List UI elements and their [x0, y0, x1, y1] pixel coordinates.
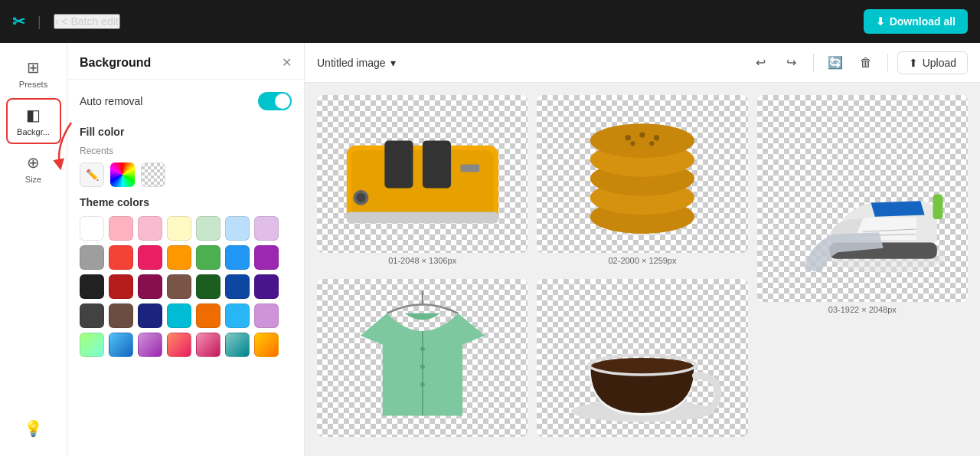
- gradient-swatch-2[interactable]: [109, 333, 133, 357]
- dropdown-chevron-icon: ▾: [390, 57, 396, 69]
- image-thumb-01[interactable]: [317, 95, 528, 253]
- color-swatch-tan[interactable]: [109, 303, 133, 328]
- color-swatch-brown[interactable]: [167, 274, 191, 299]
- color-swatch-green[interactable]: [196, 245, 220, 270]
- panel-header: Background ✕: [67, 43, 304, 80]
- svg-point-26: [420, 346, 425, 351]
- coffee-illustration: [547, 287, 737, 429]
- svg-rect-21: [933, 195, 942, 219]
- gradient-swatch-4[interactable]: [167, 333, 191, 357]
- color-swatch-black[interactable]: [80, 274, 104, 299]
- color-swatch-deep-orange[interactable]: [196, 303, 220, 328]
- app-logo: ✂: [12, 12, 25, 31]
- color-swatch-green-light[interactable]: [196, 216, 220, 241]
- color-swatch-charcoal[interactable]: [80, 303, 104, 328]
- image-thumb-05[interactable]: [537, 279, 747, 437]
- svg-point-15: [639, 133, 645, 138]
- color-swatch-purple[interactable]: [254, 245, 279, 270]
- color-swatch-pink[interactable]: [138, 216, 162, 241]
- sidebar-item-hint[interactable]: 💡: [6, 413, 61, 444]
- recents-row: ✏️: [80, 162, 292, 187]
- theme-colors-grid: [80, 216, 292, 357]
- background-label: Backgr...: [17, 127, 50, 136]
- svg-point-18: [649, 142, 654, 146]
- sidebar-item-background[interactable]: ◧ Backgr...: [6, 98, 61, 144]
- image-title-text: Untitled image: [317, 57, 386, 69]
- color-swatch-indigo[interactable]: [138, 303, 162, 328]
- image-thumb-02[interactable]: [537, 95, 747, 253]
- svg-point-13: [590, 124, 694, 159]
- delete-button[interactable]: 🗑: [854, 51, 878, 75]
- undo-button[interactable]: ↩: [749, 51, 773, 75]
- undo-icon: ↩: [756, 55, 766, 70]
- download-all-button[interactable]: ⬇ Download all: [864, 9, 968, 34]
- gradient-swatch-7[interactable]: [254, 333, 279, 357]
- panel-body: Auto removal Fill color Recents ✏️ Theme…: [67, 80, 304, 369]
- refresh-button[interactable]: 🔄: [823, 51, 848, 75]
- topbar: ✂ | ‹ < Batch edit ⬇ Download all: [0, 0, 980, 43]
- shirt-illustration: [328, 287, 518, 429]
- recents-subtitle: Recents: [80, 146, 292, 156]
- color-swatch-blue-light[interactable]: [225, 216, 250, 241]
- gradient-swatch-3[interactable]: [138, 333, 162, 357]
- color-swatch-dark-blue[interactable]: [225, 274, 250, 299]
- eyedropper-swatch[interactable]: ✏️: [80, 162, 104, 187]
- panel-close-button[interactable]: ✕: [282, 55, 292, 70]
- rainbow-swatch[interactable]: [110, 162, 135, 187]
- toolbar-divider: [813, 54, 814, 72]
- fill-color-title: Fill color: [80, 126, 292, 138]
- color-swatch-dark-purple[interactable]: [254, 274, 279, 299]
- svg-point-27: [420, 364, 425, 369]
- sidebar-item-size[interactable]: ⊕ Size: [6, 147, 61, 190]
- color-swatch-lavender[interactable]: [254, 303, 279, 328]
- color-swatch-blue[interactable]: [225, 245, 250, 270]
- back-icon: ‹: [55, 15, 59, 28]
- transparent-swatch[interactable]: [141, 162, 165, 187]
- image-label-03: 03-1922 × 2048px: [757, 305, 968, 314]
- color-swatch-cyan[interactable]: [167, 303, 191, 328]
- color-swatch-purple-light[interactable]: [254, 216, 279, 241]
- color-swatch-light-blue[interactable]: [225, 303, 250, 328]
- image-cell-02: 02-2000 × 1259px: [537, 95, 747, 270]
- redo-icon: ↪: [786, 55, 796, 70]
- color-swatch-red[interactable]: [109, 245, 133, 270]
- color-swatch-orange[interactable]: [167, 245, 191, 270]
- download-icon: ⬇: [876, 15, 885, 28]
- upload-button[interactable]: ⬆ Upload: [897, 51, 968, 74]
- panel-title: Background: [80, 56, 151, 70]
- svg-point-16: [654, 135, 659, 140]
- image-title-button[interactable]: Untitled image ▾: [317, 57, 396, 69]
- color-swatch-maroon[interactable]: [138, 274, 162, 299]
- svg-rect-5: [347, 212, 498, 224]
- redo-button[interactable]: ↪: [779, 51, 804, 75]
- color-swatch-red-dark[interactable]: [109, 274, 133, 299]
- image-label-02: 02-2000 × 1259px: [537, 256, 747, 265]
- shoes-illustration: [757, 95, 968, 302]
- upload-icon: ⬆: [909, 57, 918, 69]
- fill-color-section: Fill color Recents ✏️ Theme colors: [80, 126, 292, 357]
- auto-removal-toggle[interactable]: [258, 92, 292, 110]
- svg-rect-8: [460, 165, 479, 172]
- gradient-swatch-1[interactable]: [80, 333, 104, 357]
- back-label: < Batch edit: [61, 15, 118, 28]
- svg-point-17: [630, 142, 635, 146]
- image-thumb-03[interactable]: [757, 95, 968, 302]
- canvas-area: Untitled image ▾ ↩ ↪ 🔄 🗑 ⬆ Upload: [305, 43, 980, 456]
- canvas-toolbar: Untitled image ▾ ↩ ↪ 🔄 🗑 ⬆ Upload: [305, 43, 980, 83]
- color-swatch-white[interactable]: [80, 216, 104, 241]
- image-thumb-04[interactable]: [317, 279, 528, 437]
- back-button[interactable]: ‹ < Batch edit: [54, 14, 120, 29]
- gradient-swatch-5[interactable]: [196, 333, 220, 357]
- color-swatch-pink-hot[interactable]: [138, 245, 162, 270]
- color-swatch-yellow-light[interactable]: [167, 216, 191, 241]
- background-panel: Background ✕ Auto removal Fill color Rec…: [67, 43, 305, 456]
- toaster-illustration: [328, 103, 518, 245]
- color-swatch-pink-light[interactable]: [109, 216, 133, 241]
- image-label-01: 01-2048 × 1306px: [317, 256, 528, 265]
- color-swatch-dark-green[interactable]: [196, 274, 220, 299]
- refresh-icon: 🔄: [828, 55, 843, 70]
- svg-point-14: [626, 135, 631, 140]
- sidebar-item-presets[interactable]: ⊞ Presets: [6, 52, 61, 95]
- color-swatch-gray[interactable]: [80, 245, 104, 270]
- gradient-swatch-6[interactable]: [225, 333, 250, 357]
